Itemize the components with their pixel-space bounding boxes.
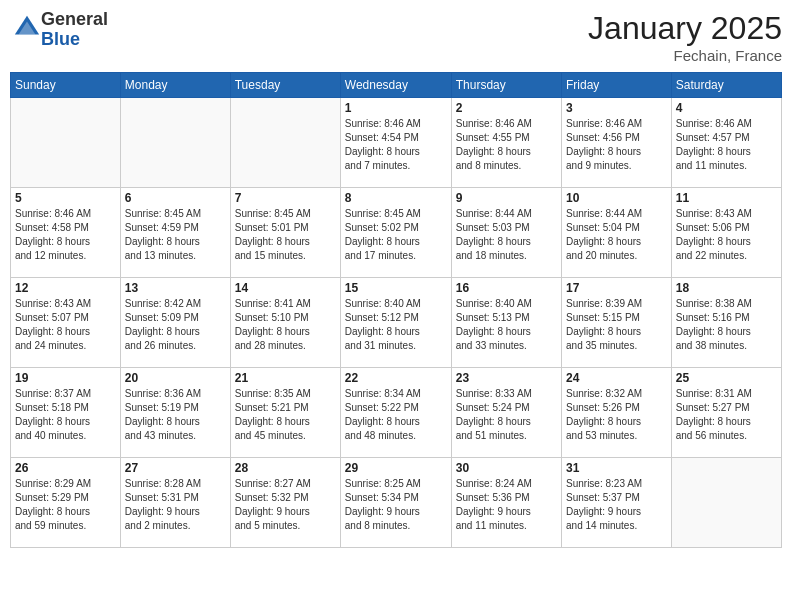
- weekday-wednesday: Wednesday: [340, 73, 451, 98]
- day-cell: 1Sunrise: 8:46 AM Sunset: 4:54 PM Daylig…: [340, 98, 451, 188]
- day-cell: 29Sunrise: 8:25 AM Sunset: 5:34 PM Dayli…: [340, 458, 451, 548]
- day-number: 14: [235, 281, 336, 295]
- day-cell: 27Sunrise: 8:28 AM Sunset: 5:31 PM Dayli…: [120, 458, 230, 548]
- day-cell: [11, 98, 121, 188]
- day-number: 28: [235, 461, 336, 475]
- day-cell: 31Sunrise: 8:23 AM Sunset: 5:37 PM Dayli…: [562, 458, 672, 548]
- logo: General Blue: [10, 10, 108, 50]
- day-info: Sunrise: 8:39 AM Sunset: 5:15 PM Dayligh…: [566, 297, 667, 353]
- day-cell: 22Sunrise: 8:34 AM Sunset: 5:22 PM Dayli…: [340, 368, 451, 458]
- day-info: Sunrise: 8:42 AM Sunset: 5:09 PM Dayligh…: [125, 297, 226, 353]
- weekday-sunday: Sunday: [11, 73, 121, 98]
- day-number: 3: [566, 101, 667, 115]
- day-cell: 21Sunrise: 8:35 AM Sunset: 5:21 PM Dayli…: [230, 368, 340, 458]
- logo-general-text: General: [41, 9, 108, 29]
- day-info: Sunrise: 8:38 AM Sunset: 5:16 PM Dayligh…: [676, 297, 777, 353]
- logo-blue-text: Blue: [41, 29, 80, 49]
- header: General Blue January 2025 Fechain, Franc…: [10, 10, 782, 64]
- day-cell: [120, 98, 230, 188]
- day-number: 9: [456, 191, 557, 205]
- day-number: 6: [125, 191, 226, 205]
- day-cell: 18Sunrise: 8:38 AM Sunset: 5:16 PM Dayli…: [671, 278, 781, 368]
- day-cell: [671, 458, 781, 548]
- day-number: 17: [566, 281, 667, 295]
- day-number: 26: [15, 461, 116, 475]
- day-number: 31: [566, 461, 667, 475]
- day-cell: 19Sunrise: 8:37 AM Sunset: 5:18 PM Dayli…: [11, 368, 121, 458]
- day-number: 22: [345, 371, 447, 385]
- day-info: Sunrise: 8:46 AM Sunset: 4:57 PM Dayligh…: [676, 117, 777, 173]
- weekday-tuesday: Tuesday: [230, 73, 340, 98]
- day-cell: 24Sunrise: 8:32 AM Sunset: 5:26 PM Dayli…: [562, 368, 672, 458]
- weekday-friday: Friday: [562, 73, 672, 98]
- day-info: Sunrise: 8:29 AM Sunset: 5:29 PM Dayligh…: [15, 477, 116, 533]
- day-info: Sunrise: 8:41 AM Sunset: 5:10 PM Dayligh…: [235, 297, 336, 353]
- weekday-thursday: Thursday: [451, 73, 561, 98]
- day-cell: 6Sunrise: 8:45 AM Sunset: 4:59 PM Daylig…: [120, 188, 230, 278]
- day-info: Sunrise: 8:34 AM Sunset: 5:22 PM Dayligh…: [345, 387, 447, 443]
- day-cell: 7Sunrise: 8:45 AM Sunset: 5:01 PM Daylig…: [230, 188, 340, 278]
- day-cell: 20Sunrise: 8:36 AM Sunset: 5:19 PM Dayli…: [120, 368, 230, 458]
- day-info: Sunrise: 8:23 AM Sunset: 5:37 PM Dayligh…: [566, 477, 667, 533]
- day-number: 30: [456, 461, 557, 475]
- day-cell: [230, 98, 340, 188]
- day-number: 15: [345, 281, 447, 295]
- day-number: 7: [235, 191, 336, 205]
- week-row-1: 1Sunrise: 8:46 AM Sunset: 4:54 PM Daylig…: [11, 98, 782, 188]
- day-cell: 5Sunrise: 8:46 AM Sunset: 4:58 PM Daylig…: [11, 188, 121, 278]
- weekday-saturday: Saturday: [671, 73, 781, 98]
- month-title: January 2025: [588, 10, 782, 47]
- day-cell: 30Sunrise: 8:24 AM Sunset: 5:36 PM Dayli…: [451, 458, 561, 548]
- day-number: 29: [345, 461, 447, 475]
- day-info: Sunrise: 8:46 AM Sunset: 4:54 PM Dayligh…: [345, 117, 447, 173]
- day-cell: 2Sunrise: 8:46 AM Sunset: 4:55 PM Daylig…: [451, 98, 561, 188]
- day-cell: 9Sunrise: 8:44 AM Sunset: 5:03 PM Daylig…: [451, 188, 561, 278]
- day-info: Sunrise: 8:44 AM Sunset: 5:03 PM Dayligh…: [456, 207, 557, 263]
- day-number: 5: [15, 191, 116, 205]
- day-cell: 13Sunrise: 8:42 AM Sunset: 5:09 PM Dayli…: [120, 278, 230, 368]
- day-cell: 3Sunrise: 8:46 AM Sunset: 4:56 PM Daylig…: [562, 98, 672, 188]
- day-info: Sunrise: 8:33 AM Sunset: 5:24 PM Dayligh…: [456, 387, 557, 443]
- day-info: Sunrise: 8:31 AM Sunset: 5:27 PM Dayligh…: [676, 387, 777, 443]
- day-info: Sunrise: 8:37 AM Sunset: 5:18 PM Dayligh…: [15, 387, 116, 443]
- day-info: Sunrise: 8:46 AM Sunset: 4:58 PM Dayligh…: [15, 207, 116, 263]
- day-cell: 23Sunrise: 8:33 AM Sunset: 5:24 PM Dayli…: [451, 368, 561, 458]
- week-row-3: 12Sunrise: 8:43 AM Sunset: 5:07 PM Dayli…: [11, 278, 782, 368]
- day-cell: 11Sunrise: 8:43 AM Sunset: 5:06 PM Dayli…: [671, 188, 781, 278]
- location-title: Fechain, France: [588, 47, 782, 64]
- day-cell: 4Sunrise: 8:46 AM Sunset: 4:57 PM Daylig…: [671, 98, 781, 188]
- day-number: 27: [125, 461, 226, 475]
- day-cell: 16Sunrise: 8:40 AM Sunset: 5:13 PM Dayli…: [451, 278, 561, 368]
- page: General Blue January 2025 Fechain, Franc…: [0, 0, 792, 612]
- calendar-table: SundayMondayTuesdayWednesdayThursdayFrid…: [10, 72, 782, 548]
- title-block: January 2025 Fechain, France: [588, 10, 782, 64]
- day-info: Sunrise: 8:27 AM Sunset: 5:32 PM Dayligh…: [235, 477, 336, 533]
- day-cell: 15Sunrise: 8:40 AM Sunset: 5:12 PM Dayli…: [340, 278, 451, 368]
- day-info: Sunrise: 8:24 AM Sunset: 5:36 PM Dayligh…: [456, 477, 557, 533]
- day-info: Sunrise: 8:44 AM Sunset: 5:04 PM Dayligh…: [566, 207, 667, 263]
- day-cell: 17Sunrise: 8:39 AM Sunset: 5:15 PM Dayli…: [562, 278, 672, 368]
- day-number: 1: [345, 101, 447, 115]
- day-cell: 28Sunrise: 8:27 AM Sunset: 5:32 PM Dayli…: [230, 458, 340, 548]
- weekday-monday: Monday: [120, 73, 230, 98]
- day-info: Sunrise: 8:36 AM Sunset: 5:19 PM Dayligh…: [125, 387, 226, 443]
- day-info: Sunrise: 8:35 AM Sunset: 5:21 PM Dayligh…: [235, 387, 336, 443]
- day-info: Sunrise: 8:28 AM Sunset: 5:31 PM Dayligh…: [125, 477, 226, 533]
- day-cell: 10Sunrise: 8:44 AM Sunset: 5:04 PM Dayli…: [562, 188, 672, 278]
- day-number: 8: [345, 191, 447, 205]
- day-info: Sunrise: 8:46 AM Sunset: 4:56 PM Dayligh…: [566, 117, 667, 173]
- day-info: Sunrise: 8:25 AM Sunset: 5:34 PM Dayligh…: [345, 477, 447, 533]
- day-cell: 26Sunrise: 8:29 AM Sunset: 5:29 PM Dayli…: [11, 458, 121, 548]
- day-number: 25: [676, 371, 777, 385]
- day-number: 16: [456, 281, 557, 295]
- day-cell: 8Sunrise: 8:45 AM Sunset: 5:02 PM Daylig…: [340, 188, 451, 278]
- day-number: 2: [456, 101, 557, 115]
- day-number: 23: [456, 371, 557, 385]
- day-number: 4: [676, 101, 777, 115]
- logo-icon: [13, 14, 41, 42]
- day-info: Sunrise: 8:32 AM Sunset: 5:26 PM Dayligh…: [566, 387, 667, 443]
- day-number: 18: [676, 281, 777, 295]
- week-row-5: 26Sunrise: 8:29 AM Sunset: 5:29 PM Dayli…: [11, 458, 782, 548]
- weekday-header-row: SundayMondayTuesdayWednesdayThursdayFrid…: [11, 73, 782, 98]
- day-info: Sunrise: 8:45 AM Sunset: 5:02 PM Dayligh…: [345, 207, 447, 263]
